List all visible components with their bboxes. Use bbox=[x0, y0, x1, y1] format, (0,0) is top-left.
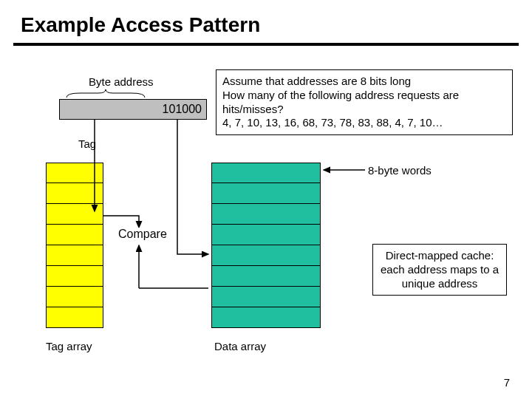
page-title: Example Access Pattern bbox=[0, 0, 532, 43]
data-array-cell bbox=[211, 245, 321, 266]
tag-array-cell bbox=[46, 204, 103, 225]
data-array-cell bbox=[211, 204, 321, 225]
tag-array-cell bbox=[46, 183, 103, 204]
address-bits: 101000 bbox=[163, 103, 202, 116]
data-array-cell bbox=[211, 266, 321, 287]
data-array-cell bbox=[211, 307, 321, 328]
compare-label: Compare bbox=[117, 228, 168, 241]
address-box: 101000 bbox=[59, 99, 207, 120]
words-label: 8-byte words bbox=[368, 164, 432, 177]
page-number: 7 bbox=[504, 376, 510, 389]
title-rule bbox=[13, 43, 519, 46]
tag-array-cell bbox=[46, 245, 103, 266]
data-array-cell bbox=[211, 163, 321, 183]
data-array-cell bbox=[211, 225, 321, 245]
data-array-cell bbox=[211, 287, 321, 307]
tag-array-cell bbox=[46, 225, 103, 245]
assumption-box: Assume that addresses are 8 bits longHow… bbox=[216, 69, 513, 135]
tag-array-label: Tag array bbox=[46, 340, 92, 352]
data-array-label: Data array bbox=[214, 340, 266, 352]
data-array-cell bbox=[211, 183, 321, 204]
tag-array bbox=[46, 163, 103, 328]
tag-array-cell bbox=[46, 287, 103, 307]
direct-mapped-box: Direct-mapped cache: each address maps t… bbox=[372, 244, 507, 296]
data-array bbox=[211, 163, 321, 328]
tag-array-cell bbox=[46, 163, 103, 183]
diagram-stage: Byte address 101000 Tag Assume that addr… bbox=[0, 52, 532, 399]
tag-array-cell bbox=[46, 307, 103, 328]
tag-array-cell bbox=[46, 266, 103, 287]
brace-icon bbox=[65, 89, 146, 99]
byte-address-label: Byte address bbox=[89, 75, 154, 88]
tag-label: Tag bbox=[78, 137, 96, 150]
